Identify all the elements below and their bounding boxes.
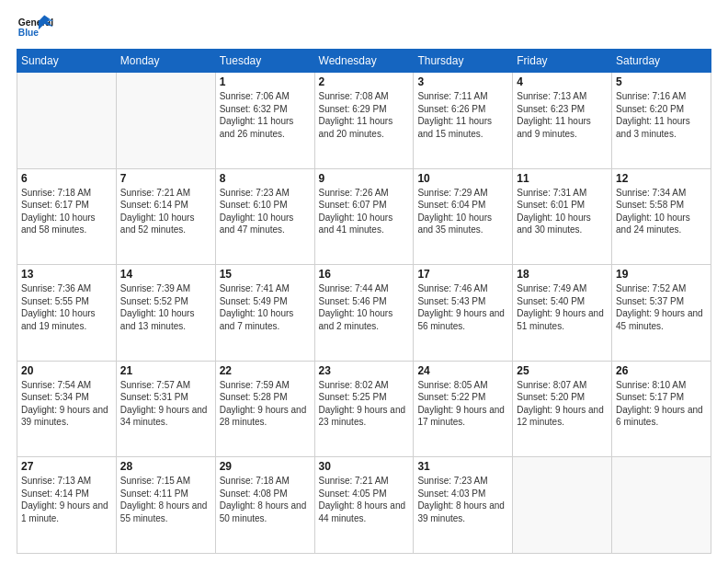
calendar-cell: 10Sunrise: 7:29 AM Sunset: 6:04 PM Dayli… [414,168,513,265]
day-number: 3 [417,75,508,88]
day-info: Sunrise: 8:10 AM Sunset: 5:17 PM Dayligh… [616,379,707,429]
calendar-cell: 4Sunrise: 7:13 AM Sunset: 6:23 PM Daylig… [513,73,612,169]
day-number: 5 [616,75,707,88]
day-number: 19 [616,268,707,281]
day-number: 8 [220,172,311,185]
calendar-header-thursday: Thursday [414,50,513,73]
calendar-cell: 25Sunrise: 8:07 AM Sunset: 5:20 PM Dayli… [513,361,612,457]
calendar-cell: 22Sunrise: 7:59 AM Sunset: 5:28 PM Dayli… [215,361,314,457]
day-number: 1 [220,75,311,88]
day-number: 7 [120,172,211,185]
day-number: 18 [517,268,608,281]
calendar-cell: 28Sunrise: 7:15 AM Sunset: 4:11 PM Dayli… [116,457,215,554]
day-info: Sunrise: 7:18 AM Sunset: 4:08 PM Dayligh… [220,475,311,524]
day-info: Sunrise: 7:23 AM Sunset: 4:03 PM Dayligh… [417,475,508,524]
calendar-cell: 24Sunrise: 8:05 AM Sunset: 5:22 PM Dayli… [414,361,513,457]
calendar-week-row: 13Sunrise: 7:36 AM Sunset: 5:55 PM Dayli… [17,265,711,362]
calendar-cell: 5Sunrise: 7:16 AM Sunset: 6:20 PM Daylig… [612,73,711,169]
calendar-header-tuesday: Tuesday [215,50,314,73]
calendar-cell: 17Sunrise: 7:46 AM Sunset: 5:43 PM Dayli… [414,265,513,362]
day-info: Sunrise: 7:59 AM Sunset: 5:28 PM Dayligh… [220,379,311,429]
day-number: 12 [616,172,707,185]
calendar-cell: 7Sunrise: 7:21 AM Sunset: 6:14 PM Daylig… [116,168,215,265]
calendar-header-sunday: Sunday [17,50,117,73]
day-info: Sunrise: 7:36 AM Sunset: 5:55 PM Dayligh… [21,282,112,332]
day-number: 10 [417,172,508,185]
calendar-cell [612,457,711,554]
calendar-table: SundayMondayTuesdayWednesdayThursdayFrid… [17,49,711,554]
calendar-week-row: 20Sunrise: 7:54 AM Sunset: 5:34 PM Dayli… [17,361,711,457]
day-number: 11 [517,172,608,185]
calendar-header-saturday: Saturday [612,50,711,73]
day-info: Sunrise: 7:06 AM Sunset: 6:32 PM Dayligh… [220,90,311,140]
day-info: Sunrise: 7:21 AM Sunset: 4:05 PM Dayligh… [319,475,410,524]
day-info: Sunrise: 7:41 AM Sunset: 5:49 PM Dayligh… [220,282,311,332]
day-number: 4 [517,75,608,88]
day-info: Sunrise: 7:57 AM Sunset: 5:31 PM Dayligh… [120,379,211,429]
calendar-cell: 6Sunrise: 7:18 AM Sunset: 6:17 PM Daylig… [17,168,117,265]
calendar-cell: 3Sunrise: 7:11 AM Sunset: 6:26 PM Daylig… [414,73,513,169]
calendar-cell: 15Sunrise: 7:41 AM Sunset: 5:49 PM Dayli… [215,265,314,362]
day-info: Sunrise: 7:31 AM Sunset: 6:01 PM Dayligh… [517,187,608,236]
calendar-week-row: 6Sunrise: 7:18 AM Sunset: 6:17 PM Daylig… [17,168,711,265]
day-number: 27 [21,460,112,473]
day-info: Sunrise: 7:13 AM Sunset: 4:14 PM Dayligh… [21,475,112,524]
calendar-cell [17,73,117,169]
day-info: Sunrise: 7:11 AM Sunset: 6:26 PM Dayligh… [417,90,508,140]
day-number: 17 [417,268,508,281]
day-number: 14 [120,268,211,281]
day-number: 13 [21,268,112,281]
calendar-cell: 30Sunrise: 7:21 AM Sunset: 4:05 PM Dayli… [314,457,414,554]
calendar-cell: 2Sunrise: 7:08 AM Sunset: 6:29 PM Daylig… [314,73,414,169]
calendar-cell: 12Sunrise: 7:34 AM Sunset: 5:58 PM Dayli… [612,168,711,265]
day-number: 6 [21,172,112,185]
calendar-cell: 13Sunrise: 7:36 AM Sunset: 5:55 PM Dayli… [17,265,117,362]
day-info: Sunrise: 7:08 AM Sunset: 6:29 PM Dayligh… [319,90,410,140]
calendar-header-row: SundayMondayTuesdayWednesdayThursdayFrid… [17,50,711,73]
day-info: Sunrise: 8:02 AM Sunset: 5:25 PM Dayligh… [319,379,410,429]
day-number: 16 [319,268,410,281]
day-info: Sunrise: 7:18 AM Sunset: 6:17 PM Dayligh… [21,187,112,236]
day-number: 2 [319,75,410,88]
day-info: Sunrise: 7:29 AM Sunset: 6:04 PM Dayligh… [417,187,508,236]
day-number: 9 [319,172,410,185]
day-info: Sunrise: 7:26 AM Sunset: 6:07 PM Dayligh… [319,187,410,236]
day-info: Sunrise: 8:05 AM Sunset: 5:22 PM Dayligh… [417,379,508,429]
calendar-cell: 20Sunrise: 7:54 AM Sunset: 5:34 PM Dayli… [17,361,117,457]
calendar-cell: 1Sunrise: 7:06 AM Sunset: 6:32 PM Daylig… [215,73,314,169]
day-info: Sunrise: 7:46 AM Sunset: 5:43 PM Dayligh… [417,282,508,332]
day-number: 26 [616,364,707,377]
calendar-header-wednesday: Wednesday [314,50,414,73]
day-number: 28 [120,460,211,473]
day-number: 25 [517,364,608,377]
day-info: Sunrise: 7:16 AM Sunset: 6:20 PM Dayligh… [616,90,707,140]
calendar-cell [513,457,612,554]
calendar-week-row: 1Sunrise: 7:06 AM Sunset: 6:32 PM Daylig… [17,73,711,169]
calendar-header-monday: Monday [116,50,215,73]
day-number: 21 [120,364,211,377]
calendar-cell: 16Sunrise: 7:44 AM Sunset: 5:46 PM Dayli… [314,265,414,362]
logo: General Blue [17,14,53,41]
calendar-header-friday: Friday [513,50,612,73]
day-info: Sunrise: 7:54 AM Sunset: 5:34 PM Dayligh… [21,379,112,429]
logo-icon: General Blue [17,14,53,41]
day-number: 22 [220,364,311,377]
calendar-cell: 29Sunrise: 7:18 AM Sunset: 4:08 PM Dayli… [215,457,314,554]
calendar-cell: 26Sunrise: 8:10 AM Sunset: 5:17 PM Dayli… [612,361,711,457]
page: General Blue SundayMondayTuesdayWednesda… [0,0,728,563]
day-number: 20 [21,364,112,377]
day-number: 31 [417,460,508,473]
calendar-cell: 19Sunrise: 7:52 AM Sunset: 5:37 PM Dayli… [612,265,711,362]
calendar-cell: 11Sunrise: 7:31 AM Sunset: 6:01 PM Dayli… [513,168,612,265]
calendar-cell: 18Sunrise: 7:49 AM Sunset: 5:40 PM Dayli… [513,265,612,362]
day-info: Sunrise: 7:13 AM Sunset: 6:23 PM Dayligh… [517,90,608,140]
day-number: 24 [417,364,508,377]
day-info: Sunrise: 7:52 AM Sunset: 5:37 PM Dayligh… [616,282,707,332]
day-info: Sunrise: 7:23 AM Sunset: 6:10 PM Dayligh… [220,187,311,236]
calendar-cell: 31Sunrise: 7:23 AM Sunset: 4:03 PM Dayli… [414,457,513,554]
day-info: Sunrise: 7:44 AM Sunset: 5:46 PM Dayligh… [319,282,410,332]
day-number: 15 [220,268,311,281]
day-number: 23 [319,364,410,377]
day-number: 30 [319,460,410,473]
day-info: Sunrise: 7:39 AM Sunset: 5:52 PM Dayligh… [120,282,211,332]
